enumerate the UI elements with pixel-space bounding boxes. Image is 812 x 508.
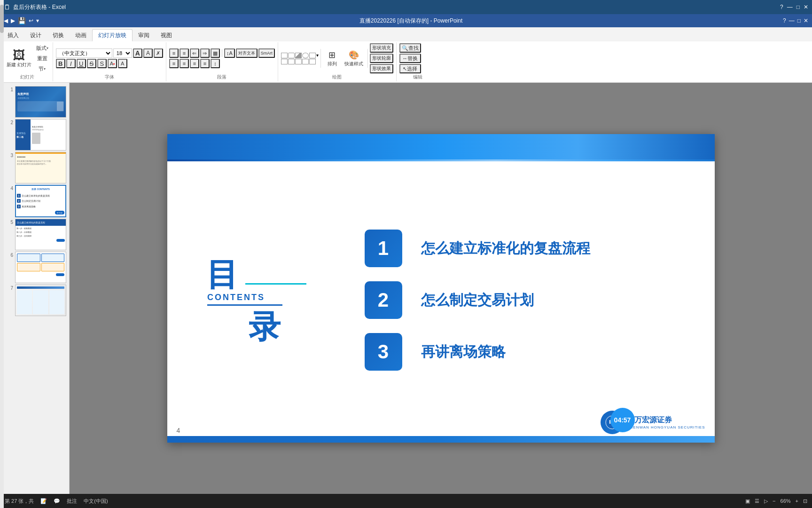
- numbered-btn[interactable]: ≡: [180, 48, 189, 58]
- smartart-btn[interactable]: SmArt: [258, 48, 275, 58]
- shape-rect[interactable]: [281, 53, 288, 58]
- justify-btn[interactable]: ≡: [200, 59, 210, 68]
- text-highlight-btn[interactable]: A: [118, 59, 127, 68]
- ppt-help-btn[interactable]: ?: [783, 17, 786, 24]
- ppt-minimize-btn[interactable]: —: [789, 17, 795, 24]
- bullets-btn[interactable]: ≡: [169, 48, 179, 58]
- shape-fill-btn[interactable]: 形状填充: [370, 43, 393, 53]
- shape-oval[interactable]: [302, 53, 309, 58]
- normal-view-btn[interactable]: ▣: [745, 498, 750, 504]
- slide-page-num: 4: [177, 427, 180, 434]
- tab-animations[interactable]: 动画: [70, 29, 92, 41]
- shape-triangle[interactable]: [295, 53, 302, 58]
- save-btn[interactable]: 💾: [18, 17, 26, 24]
- shape-misc[interactable]: [309, 59, 316, 64]
- section-btn[interactable]: 节 ▾: [35, 64, 50, 73]
- toc-container: 目 CONTENTS 录: [167, 167, 715, 433]
- shape-diamond[interactable]: [288, 59, 295, 64]
- tab-slideshow[interactable]: 幻灯片放映: [92, 29, 133, 41]
- underline-btn[interactable]: U: [77, 59, 86, 68]
- shape-effect-btn[interactable]: 形状效果: [370, 64, 393, 73]
- slide-img-5[interactable]: 怎么建立标准化的复盘流程 第一步：收集数据 第二步：分析数据 第三步：总结规律: [15, 219, 66, 250]
- outline-view-btn[interactable]: ☰: [755, 498, 759, 504]
- slide-thumb-6[interactable]: 6: [7, 252, 66, 283]
- italic-btn[interactable]: I: [66, 59, 76, 68]
- layout-btn[interactable]: 版式 ▾: [35, 43, 50, 53]
- font-name-select[interactable]: （中文正文）: [56, 48, 112, 58]
- decrease-indent-btn[interactable]: ⇐: [190, 48, 199, 58]
- shape-callout[interactable]: [302, 59, 309, 64]
- bold-btn[interactable]: B: [56, 59, 65, 68]
- columns-btn[interactable]: ▦: [211, 48, 220, 58]
- text-direction-btn[interactable]: ↕A: [224, 48, 235, 58]
- slide-show-btn[interactable]: ▷: [764, 498, 768, 504]
- tab-insert[interactable]: 插入: [2, 29, 24, 41]
- font-size-select[interactable]: 18: [113, 48, 132, 58]
- ppt-maximize-btn[interactable]: □: [797, 17, 801, 24]
- tab-transitions[interactable]: 切换: [47, 29, 70, 41]
- shape-square2[interactable]: [281, 59, 288, 64]
- slide-img-1[interactable]: 免责声明 ·供货贸商公告: [15, 86, 66, 118]
- shapes-dropdown-btn[interactable]: ▾: [316, 53, 319, 58]
- align-right-btn[interactable]: ≡: [190, 59, 199, 68]
- shape-rounded-rect[interactable]: [288, 53, 295, 58]
- find-btn[interactable]: 🔍 查找: [399, 43, 421, 53]
- shape-line[interactable]: [309, 53, 316, 58]
- slide-thumb-2[interactable]: 2 直播预告 第二场 复盘分析报告 20220226直播内容: [7, 119, 66, 151]
- slide-img-6[interactable]: [15, 252, 66, 283]
- decrease-font-btn[interactable]: A: [143, 48, 153, 58]
- quick-styles-btn[interactable]: 🎨 快速样式: [342, 49, 366, 68]
- toc-item-text-1: 怎么建立标准化的复盘流程: [421, 239, 590, 258]
- ppt-close-btn[interactable]: ✕: [804, 17, 808, 24]
- slide-thumb-4[interactable]: 4 目录 CONTENTS 1 怎么建立标准化的复盘流程 2 怎么制定交易计划: [7, 185, 66, 217]
- excel-help-btn[interactable]: ?: [780, 4, 783, 10]
- slide-img-4[interactable]: 目录 CONTENTS 1 怎么建立标准化的复盘流程 2 怎么制定交易计划 3 …: [15, 185, 66, 217]
- tab-review[interactable]: 审阅: [133, 29, 155, 41]
- slide-thumb-5[interactable]: 5 怎么建立标准化的复盘流程 第一步：收集数据 第二步：分析数据 第三步：总结规…: [7, 219, 66, 250]
- align-left-btn[interactable]: ≡: [169, 59, 179, 68]
- comments-icon[interactable]: 💬: [54, 498, 60, 504]
- reset-btn[interactable]: 重置: [35, 54, 50, 63]
- tab-design[interactable]: 设计: [24, 29, 47, 41]
- back-btn[interactable]: ◀: [4, 17, 8, 24]
- shape-arrow[interactable]: [295, 59, 302, 64]
- font-color-dropdown-btn[interactable]: A: [108, 59, 117, 68]
- toc-title-block: 目 CONTENTS 录: [206, 258, 306, 342]
- drawing-group-label: 绘图: [281, 73, 393, 80]
- fit-btn[interactable]: ⊡: [803, 498, 807, 504]
- align-text-btn[interactable]: 对齐文本: [236, 48, 258, 58]
- shadow-btn[interactable]: S: [97, 59, 107, 68]
- clear-format-btn[interactable]: ✗: [154, 48, 163, 58]
- scroll-track[interactable]: [0, 83, 4, 494]
- slide-thumb-7[interactable]: 7: [7, 285, 66, 316]
- increase-font-btn[interactable]: A: [133, 48, 142, 58]
- slide-thumb-1[interactable]: 1 免责声明 ·供货贸商公告: [7, 86, 66, 118]
- qa-dropdown-btn[interactable]: ▾: [36, 17, 39, 24]
- excel-close-btn[interactable]: ✕: [804, 4, 808, 10]
- increase-indent-btn[interactable]: ⇒: [200, 48, 210, 58]
- logo-cn-text: 申万宏源证券: [627, 415, 705, 425]
- slide-img-7[interactable]: [15, 285, 66, 316]
- line-spacing-btn[interactable]: ↕: [211, 59, 220, 68]
- tab-view[interactable]: 视图: [155, 29, 178, 41]
- excel-maximize-btn[interactable]: □: [796, 4, 800, 10]
- replace-btn[interactable]: ↔ 替换: [399, 54, 421, 63]
- slide-img-3[interactable]: ●●●●●● 本次直播主要讲解内容包含以下几个方面 的分析与应用方法及实战操作技…: [15, 152, 66, 183]
- undo-btn[interactable]: ↩: [29, 17, 33, 24]
- new-slide-btn[interactable]: 🖼 新建 幻灯片: [5, 48, 33, 69]
- zoom-out-btn[interactable]: −: [773, 498, 775, 504]
- align-center-btn[interactable]: ≡: [180, 59, 189, 68]
- forward-btn[interactable]: ▶: [11, 17, 15, 24]
- status-right: ▣ ☰ ▷ − 66% + ⊡: [745, 498, 807, 504]
- arrange-btn[interactable]: ⊞ 排列: [323, 49, 342, 68]
- para-group-label: 段落: [169, 73, 275, 80]
- shape-outline-btn[interactable]: 形状轮廓: [370, 54, 393, 63]
- slide-thumb-3[interactable]: 3 ●●●●●● 本次直播主要讲解内容包含以下几个方面 的分析与应用方法及实战操…: [7, 152, 66, 183]
- slide-img-2[interactable]: 直播预告 第二场 复盘分析报告 20220226直播内容: [15, 119, 66, 151]
- ribbon-tabs: 插入 设计 切换 动画 幻灯片放映 审阅 视图: [0, 27, 812, 41]
- strikethrough-btn[interactable]: S: [87, 59, 96, 68]
- zoom-in-btn[interactable]: +: [796, 498, 798, 504]
- excel-minimize-btn[interactable]: —: [787, 4, 793, 10]
- select-btn[interactable]: ↖ 选择: [399, 64, 421, 73]
- notes-icon[interactable]: 📝: [40, 498, 47, 504]
